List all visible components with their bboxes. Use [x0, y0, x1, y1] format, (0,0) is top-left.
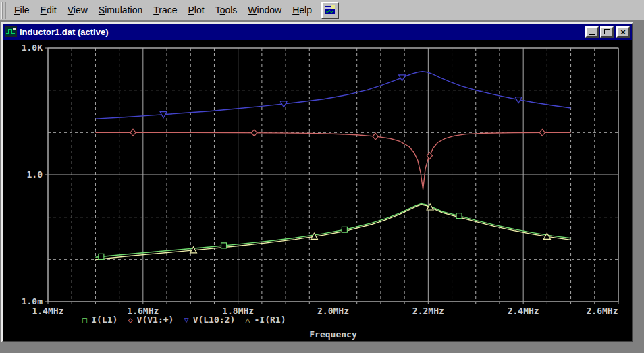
x-axis-tick-label: 2.2MHz: [412, 306, 444, 316]
plot-area[interactable]: 1.0K1.01.0m1.4MHz1.6MHz1.8MHz2.0MHz2.2MH…: [3, 40, 630, 341]
legend-item-vv1[interactable]: ◇ V(V1:+): [128, 315, 173, 325]
menu-trace[interactable]: Trace: [148, 3, 182, 18]
square-marker: [342, 227, 347, 232]
y-axis-tick-label: 1.0m: [22, 296, 43, 306]
diamond-marker-icon: ◇: [128, 315, 132, 325]
diamond-marker: [252, 130, 257, 136]
triangle-down-marker: [399, 75, 406, 81]
legend-label: -I(R1): [254, 315, 286, 325]
x-axis-tick-label: 1.4MHz: [32, 306, 64, 316]
menu-tools[interactable]: Tools: [210, 3, 243, 18]
square-marker-icon: □: [82, 315, 87, 325]
menu-bar: FileEditViewSimulationTracePlotToolsWind…: [0, 0, 644, 21]
legend-item-il1[interactable]: □ I(L1): [82, 315, 117, 325]
title-bar[interactable]: inductor1.dat (active) ×: [3, 24, 632, 40]
window-title: inductor1.dat (active): [20, 27, 584, 37]
menu-help[interactable]: Help: [287, 3, 317, 18]
legend-label: V(L10:2): [193, 315, 236, 325]
diamond-marker: [130, 129, 136, 136]
y-axis-tick-label: 1.0K: [22, 43, 43, 53]
x-axis-tick-label: 2.0MHz: [317, 306, 349, 316]
document-window: inductor1.dat (active) × 1.0K1.01.0m1.4M…: [1, 22, 633, 342]
square-marker: [456, 213, 462, 219]
diamond-marker: [373, 133, 378, 140]
document-icon: [5, 26, 17, 37]
legend-label: V(V1:+): [137, 315, 174, 325]
menu-plot[interactable]: Plot: [182, 3, 209, 18]
minimize-button[interactable]: [585, 26, 599, 38]
legend-item-ir1[interactable]: △ -I(R1): [245, 315, 286, 325]
minimize-icon: [589, 34, 595, 35]
close-button[interactable]: ×: [616, 26, 630, 38]
maximize-icon: [604, 29, 610, 34]
diamond-marker: [427, 153, 432, 159]
square-marker: [221, 243, 227, 248]
triangle-up-marker-icon: △: [245, 315, 250, 325]
x-axis-tick-label: 2.6MHz: [587, 306, 618, 316]
maximize-button[interactable]: [600, 26, 614, 38]
legend-label: I(L1): [91, 315, 117, 325]
probe-application: FileEditViewSimulationTracePlotToolsWind…: [0, 0, 644, 353]
close-icon: ×: [620, 28, 626, 36]
menu-simulation[interactable]: Simulation: [93, 3, 148, 18]
diamond-marker: [539, 129, 545, 136]
x-axis-title: Frequency: [309, 329, 357, 340]
square-marker: [99, 254, 104, 259]
menu-view[interactable]: View: [62, 3, 93, 18]
trace-legend: □ I(L1) ◇ V(V1:+) ▽ V(L10:2) △ -I(R1): [82, 315, 286, 325]
x-axis-tick-label: 2.4MHz: [508, 306, 539, 316]
y-axis-tick-label: 1.0: [27, 169, 43, 180]
toolbar-grip[interactable]: [1, 2, 6, 19]
menu-edit[interactable]: Edit: [35, 3, 62, 18]
schematic-toolbar-button[interactable]: [321, 2, 339, 19]
menu-file[interactable]: File: [9, 3, 35, 18]
legend-item-vl102[interactable]: ▽ V(L10:2): [184, 315, 235, 325]
menu-items: FileEditViewSimulationTracePlotToolsWind…: [9, 3, 317, 18]
schematic-icon: [324, 4, 336, 16]
chart-canvas: 1.0K1.01.0m1.4MHz1.6MHz1.8MHz2.0MHz2.2MH…: [3, 40, 630, 341]
triangle-down-marker-icon: ▽: [184, 315, 188, 325]
menu-window[interactable]: Window: [242, 3, 287, 18]
